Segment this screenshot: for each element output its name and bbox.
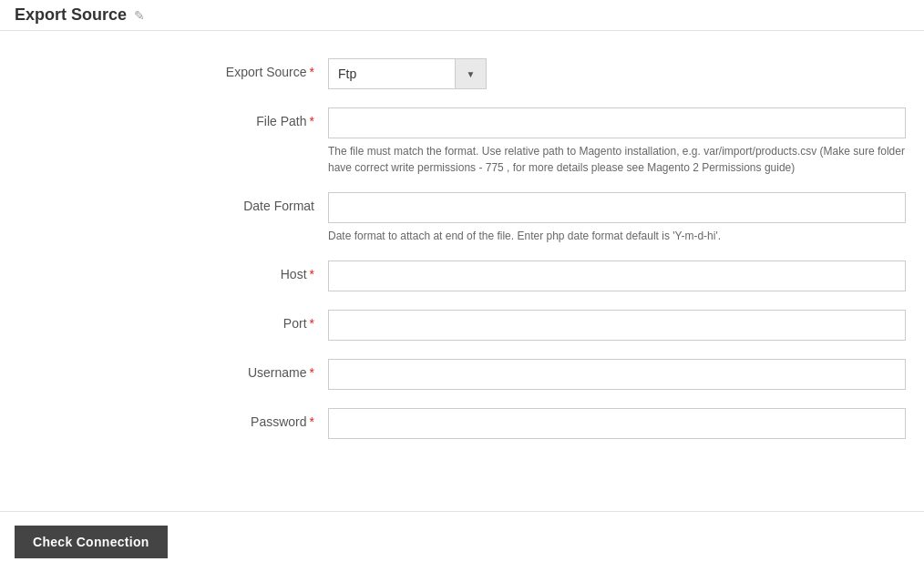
- date-hint-spacer: [18, 228, 328, 244]
- hint-spacer: [18, 143, 328, 176]
- host-input[interactable]: [328, 260, 906, 291]
- password-label: Password*: [18, 408, 328, 429]
- file-path-hint: The file must match the format. Use rela…: [328, 143, 906, 176]
- export-source-input-cell: Ftp Local SFTP: [328, 58, 906, 89]
- export-source-required: *: [310, 65, 314, 79]
- page-wrapper: Export Source ✎ Export Source* Ftp Local…: [0, 0, 924, 572]
- page-header: Export Source ✎: [0, 0, 924, 31]
- footer-area: Check Connection: [0, 511, 924, 572]
- export-source-select-wrapper: Ftp Local SFTP: [328, 58, 906, 89]
- date-format-hint: Date format to attach at end of the file…: [328, 228, 906, 244]
- export-source-label: Export Source*: [18, 58, 328, 79]
- username-input-cell: [328, 359, 906, 390]
- port-input[interactable]: [328, 310, 906, 341]
- content-area: Export Source* Ftp Local SFTP: [0, 31, 924, 530]
- port-required: *: [310, 316, 314, 331]
- host-label: Host*: [18, 260, 328, 281]
- date-format-input[interactable]: [328, 192, 906, 223]
- date-format-label: Date Format: [18, 192, 328, 213]
- password-row: Password*: [18, 408, 906, 439]
- date-format-row: Date Format: [18, 192, 906, 223]
- export-source-select[interactable]: Ftp Local SFTP: [328, 58, 456, 89]
- username-label: Username*: [18, 359, 328, 380]
- page-title: Export Source: [15, 5, 127, 25]
- host-input-cell: [328, 260, 906, 291]
- host-required: *: [310, 267, 314, 281]
- check-connection-button[interactable]: Check Connection: [15, 526, 168, 558]
- port-row: Port*: [18, 310, 906, 341]
- username-required: *: [310, 365, 314, 380]
- file-path-required: *: [310, 114, 314, 128]
- port-input-cell: [328, 310, 906, 341]
- edit-icon[interactable]: ✎: [134, 8, 145, 23]
- file-path-hint-row: The file must match the format. Use rela…: [18, 143, 906, 176]
- port-label: Port*: [18, 310, 328, 331]
- form-section: Export Source* Ftp Local SFTP: [18, 58, 906, 439]
- date-format-hint-row: Date format to attach at end of the file…: [18, 228, 906, 244]
- date-format-input-cell: [328, 192, 906, 223]
- password-input[interactable]: [328, 408, 906, 439]
- file-path-input[interactable]: [328, 107, 906, 138]
- export-source-row: Export Source* Ftp Local SFTP: [18, 58, 906, 89]
- file-path-input-cell: [328, 107, 906, 138]
- host-row: Host*: [18, 260, 906, 291]
- file-path-row: File Path*: [18, 107, 906, 138]
- select-arrow-button[interactable]: [456, 58, 487, 89]
- password-required: *: [310, 414, 314, 429]
- username-row: Username*: [18, 359, 906, 390]
- username-input[interactable]: [328, 359, 906, 390]
- file-path-label: File Path*: [18, 107, 328, 128]
- password-input-cell: [328, 408, 906, 439]
